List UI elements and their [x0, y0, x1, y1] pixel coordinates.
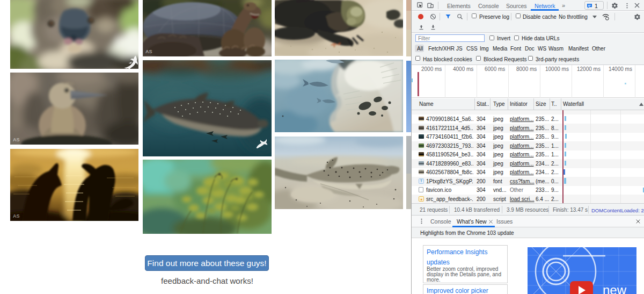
svg-text:AS: AS: [145, 49, 152, 54]
svg-text:AS: AS: [13, 213, 20, 219]
svg-text:AS: AS: [13, 137, 20, 142]
